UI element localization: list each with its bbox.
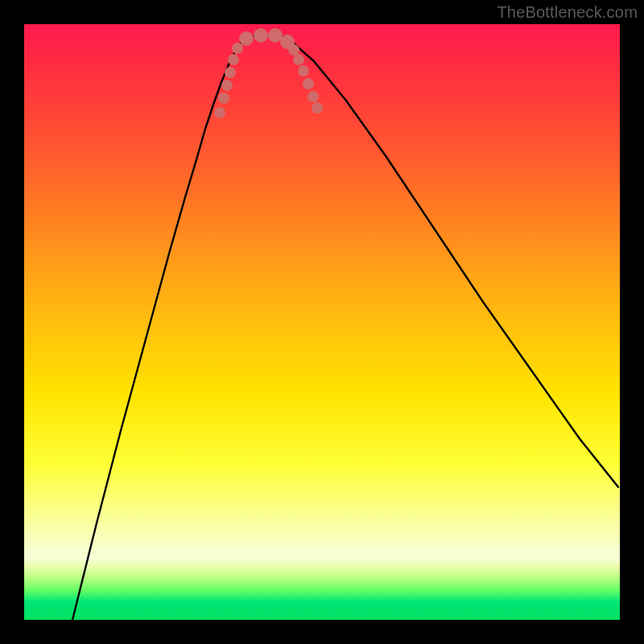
watermark-text: TheBottleneck.com — [497, 3, 638, 22]
highlight-markers — [214, 28, 323, 118]
highlight-dot — [308, 91, 319, 102]
highlight-dot — [225, 67, 236, 78]
highlight-dot — [232, 43, 243, 54]
chart-frame: TheBottleneck.com — [0, 0, 644, 644]
highlight-dot — [239, 31, 254, 46]
highlight-dot — [214, 107, 225, 118]
highlight-dot — [218, 93, 229, 104]
highlight-dot — [221, 80, 233, 91]
highlight-dot — [293, 54, 304, 65]
bottleneck-curve — [72, 35, 618, 620]
highlight-dot — [303, 78, 314, 89]
highlight-dot — [288, 44, 299, 56]
highlight-dot — [312, 102, 323, 114]
highlight-dot — [228, 54, 239, 65]
highlight-dot — [298, 65, 309, 76]
highlight-dot — [254, 28, 268, 43]
curve-layer — [24, 24, 620, 620]
plot-area — [24, 24, 620, 620]
